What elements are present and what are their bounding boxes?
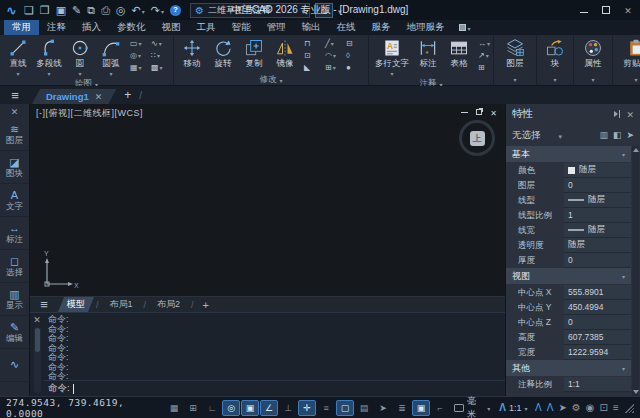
selection-dropdown[interactable]: 无选择: [512, 129, 541, 142]
rectangle-icon[interactable]: ▭: [130, 38, 149, 50]
viewcube-top-face[interactable]: 上: [470, 131, 485, 146]
redo-icon[interactable]: ↷: [151, 5, 164, 16]
linear-dimension-icon[interactable]: ↔: [478, 38, 490, 50]
drawing-canvas[interactable]: [-][俯视][二维线框][WCS] 上 Y X: [30, 104, 505, 296]
annotation-scale-selector[interactable]: 1:1: [495, 402, 531, 413]
property-value[interactable]: 随层: [564, 193, 631, 208]
help-icon[interactable]: ?: [170, 5, 181, 16]
property-value[interactable]: 0: [564, 178, 631, 193]
grid-icon[interactable]: ▦: [165, 400, 183, 416]
ribbon-tab[interactable]: 地理服务: [399, 20, 453, 35]
select-objects-icon[interactable]: ➤: [626, 130, 634, 140]
command-input[interactable]: 命令:: [44, 380, 505, 396]
property-value[interactable]: 450.4994: [564, 300, 631, 315]
dimension-button[interactable]: * 标注: [413, 37, 443, 68]
ribbon-tab[interactable]: 参数化: [109, 20, 154, 35]
sidebar-item-selection[interactable]: ◻ 选择: [0, 250, 29, 283]
trim-icon[interactable]: ╱: [325, 38, 344, 50]
ribbon-tab[interactable]: 工具: [189, 20, 224, 35]
preview-icon[interactable]: ◎: [116, 5, 126, 16]
polyline-button[interactable]: 多段线: [34, 37, 64, 78]
ribbon-tab[interactable]: 输出: [294, 20, 329, 35]
doc-close-button[interactable]: [490, 107, 497, 117]
ribbon-tab[interactable]: 视图: [154, 20, 189, 35]
layout-tab[interactable]: 模型: [58, 297, 94, 312]
copy-button[interactable]: 复制: [239, 37, 269, 68]
table-button[interactable]: 表格: [444, 37, 474, 68]
auto-hide-icon[interactable]: [614, 110, 621, 118]
transparency-icon[interactable]: ▢: [336, 400, 354, 416]
properties-scrollbar[interactable]: [632, 146, 639, 396]
ribbon-tab[interactable]: 在线: [329, 20, 364, 35]
units-selector[interactable]: 毫米: [450, 395, 494, 418]
close-properties-icon[interactable]: [626, 109, 634, 120]
viewcube[interactable]: 上: [459, 120, 495, 156]
dyn-ucs-icon[interactable]: ⌐: [431, 400, 449, 416]
property-value[interactable]: 0: [564, 315, 631, 330]
osnap-icon[interactable]: ◎: [222, 400, 240, 416]
layout-tab[interactable]: +: [196, 299, 216, 311]
isolate-objects-icon[interactable]: ◉: [583, 403, 597, 413]
undo-icon[interactable]: ↶: [132, 5, 145, 16]
panel-label-clipboard[interactable]: [613, 73, 640, 85]
close-tab-icon[interactable]: [95, 92, 103, 102]
scroll-down-icon[interactable]: [633, 390, 639, 394]
panel-label-properties[interactable]: [574, 73, 612, 85]
sidebar-close-button[interactable]: [0, 104, 29, 118]
gradient-icon[interactable]: ▩: [151, 62, 170, 74]
workspace-switcher[interactable]: 二维草图与注释: [190, 3, 310, 18]
ribbon-tab[interactable]: 管理: [259, 20, 294, 35]
move-button[interactable]: 移动: [177, 37, 207, 68]
property-value[interactable]: 随层: [564, 163, 631, 178]
ribbon-tab[interactable]: 常用: [4, 20, 39, 35]
ribbon-tab[interactable]: 注释: [39, 20, 74, 35]
document-menu-button[interactable]: [2, 86, 28, 104]
snap-icon[interactable]: ⊞: [184, 400, 202, 416]
scale-icon[interactable]: ⊡: [304, 50, 323, 62]
polar-icon[interactable]: ∠: [260, 400, 278, 416]
tab-overflow-button[interactable]: [453, 20, 477, 35]
property-value[interactable]: 1: [564, 208, 631, 223]
fillet-icon[interactable]: ◠: [325, 50, 344, 62]
command-close-button[interactable]: [33, 314, 41, 325]
line-button[interactable]: 直线: [3, 37, 33, 78]
cursor-menu-icon[interactable]: ➤: [556, 403, 569, 413]
sidebar-item-blocks[interactable]: ◪ 图块: [0, 151, 29, 184]
point-icon[interactable]: ∷: [151, 50, 170, 62]
quick-select-icon[interactable]: ▥: [599, 130, 608, 140]
layer-button[interactable]: 图层: [497, 37, 533, 68]
app-logo-icon[interactable]: ∿: [6, 3, 17, 18]
layout-menu-button[interactable]: [32, 297, 56, 312]
toggle-pickadd-icon[interactable]: ◧: [613, 130, 622, 140]
block-button[interactable]: 块: [540, 37, 570, 68]
property-value[interactable]: 555.8901: [564, 285, 631, 300]
panel-label-modify[interactable]: 修改: [174, 74, 368, 86]
lineweight-icon[interactable]: ≡: [317, 400, 335, 416]
copy-icon[interactable]: ⧉: [87, 5, 95, 16]
sidebar-item-layers[interactable]: ≋ 图层: [0, 118, 29, 151]
mtext-button[interactable]: A 多行文字: [372, 37, 412, 78]
layout-tab[interactable]: 布局2: [148, 297, 189, 312]
circle-button[interactable]: 圆: [65, 37, 95, 78]
lw-display-icon[interactable]: ≣: [393, 400, 411, 416]
save-icon[interactable]: ▣: [56, 5, 66, 16]
offset-icon[interactable]: ⊟: [346, 38, 365, 50]
align-icon[interactable]: ◣: [304, 62, 323, 74]
auto-scale-icon[interactable]: Λ: [544, 403, 556, 413]
clean-screen-icon[interactable]: ⊡: [597, 403, 610, 413]
annotation-visibility-icon[interactable]: Λ: [533, 403, 545, 413]
section-header-basic[interactable]: 基本: [506, 146, 631, 162]
leader-icon[interactable]: ↗: [478, 50, 490, 62]
save-as-icon[interactable]: ✎: [72, 5, 81, 16]
statusbar-menu-icon[interactable]: ≡: [610, 403, 621, 413]
resize-grip[interactable]: [624, 403, 634, 413]
property-value[interactable]: 607.7385: [564, 330, 631, 345]
scroll-up-icon[interactable]: [633, 148, 639, 152]
sidebar-item-text[interactable]: A 文字: [0, 184, 29, 217]
home-button[interactable]: [315, 3, 333, 18]
osnap-tracking-icon[interactable]: ▣: [241, 400, 259, 416]
minimize-button[interactable]: [578, 4, 590, 16]
polar-tracking-icon[interactable]: ⊥: [279, 400, 297, 416]
selection-cycling-icon[interactable]: ➤: [374, 400, 392, 416]
new-document-button[interactable]: [120, 86, 135, 104]
